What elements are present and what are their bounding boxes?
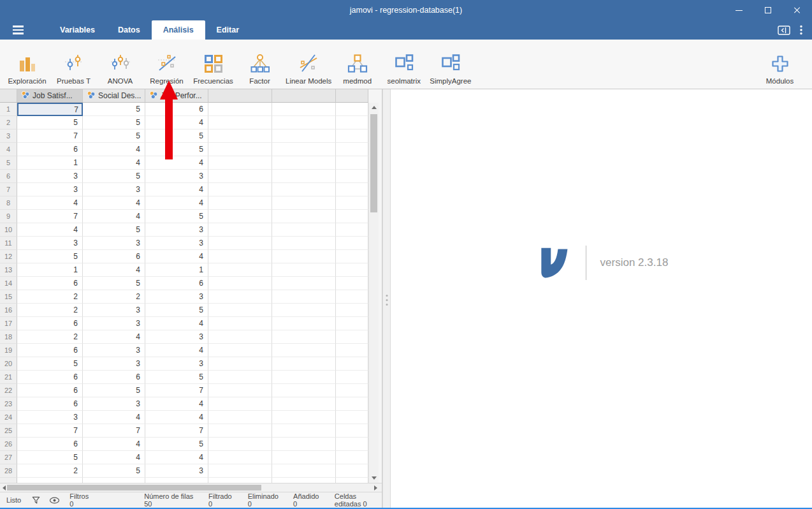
grid-cell[interactable]: 3 xyxy=(83,357,145,371)
grid-cell[interactable] xyxy=(336,371,368,384)
row-number[interactable]: 21 xyxy=(0,371,17,384)
grid-cell[interactable] xyxy=(336,464,368,478)
grid-cell[interactable]: 3 xyxy=(145,237,208,250)
grid-cell[interactable]: 3 xyxy=(17,237,83,250)
row-number[interactable]: 23 xyxy=(0,397,17,411)
grid-cell[interactable] xyxy=(208,330,272,344)
grid-cell[interactable] xyxy=(272,237,336,250)
vertical-scrollbar-thumb[interactable] xyxy=(370,114,377,212)
grid-cell[interactable] xyxy=(336,357,368,371)
grid-cell[interactable]: 6 xyxy=(17,277,83,290)
grid-cell[interactable] xyxy=(272,317,336,330)
tab-editar[interactable]: Editar xyxy=(205,20,250,40)
tab-variables[interactable]: Variables xyxy=(48,20,106,40)
grid-cell[interactable] xyxy=(272,464,336,478)
grid-cell[interactable]: 6 xyxy=(17,438,83,451)
grid-cell[interactable] xyxy=(272,103,336,116)
horizontal-scrollbar[interactable] xyxy=(0,483,382,492)
grid-cell[interactable]: 3 xyxy=(145,170,208,183)
grid-cell[interactable] xyxy=(208,196,272,210)
grid-cell[interactable] xyxy=(272,116,336,129)
row-number[interactable]: 15 xyxy=(0,290,17,304)
horizontal-scrollbar-thumb[interactable] xyxy=(7,485,261,491)
grid-cell[interactable] xyxy=(208,304,272,317)
column-header-empty[interactable] xyxy=(208,89,272,103)
ribbon-button-factor[interactable]: Factor xyxy=(236,44,283,85)
grid-cell[interactable]: 6 xyxy=(145,103,208,116)
row-number[interactable]: 2 xyxy=(0,116,17,129)
grid-cell[interactable]: 5 xyxy=(145,304,208,317)
grid-cell[interactable] xyxy=(336,170,368,183)
grid-cell[interactable] xyxy=(208,344,272,357)
grid-cell[interactable]: 7 xyxy=(145,384,208,397)
grid-cell[interactable]: 5 xyxy=(83,464,145,478)
row-number[interactable]: 5 xyxy=(0,156,17,170)
minimize-button[interactable] xyxy=(724,0,753,20)
row-number[interactable]: 28 xyxy=(0,464,17,478)
grid-cell[interactable] xyxy=(336,263,368,277)
grid-cell[interactable] xyxy=(208,438,272,451)
grid-cell[interactable]: 5 xyxy=(83,129,145,143)
more-options-button[interactable] xyxy=(800,25,802,35)
grid-cell[interactable] xyxy=(336,250,368,263)
row-number[interactable]: 6 xyxy=(0,170,17,183)
grid-cell[interactable] xyxy=(208,263,272,277)
grid-cell[interactable] xyxy=(208,129,272,143)
row-number[interactable]: 18 xyxy=(0,330,17,344)
grid-cell[interactable] xyxy=(272,250,336,263)
grid-cell[interactable] xyxy=(208,103,272,116)
grid-cell[interactable] xyxy=(336,451,368,464)
grid-cell[interactable] xyxy=(336,438,368,451)
grid-cell[interactable] xyxy=(272,438,336,451)
grid-cell[interactable] xyxy=(208,451,272,464)
grid-cell[interactable] xyxy=(336,277,368,290)
row-number[interactable]: 27 xyxy=(0,451,17,464)
grid-cell[interactable]: 3 xyxy=(83,237,145,250)
ribbon-button-medmod[interactable]: medmod xyxy=(334,44,381,85)
grid-cell[interactable] xyxy=(272,478,336,483)
grid-cell[interactable]: 3 xyxy=(17,183,83,196)
grid-cell[interactable]: 4 xyxy=(145,397,208,411)
grid-corner-cell[interactable] xyxy=(0,89,17,103)
grid-cell[interactable]: 2 xyxy=(83,290,145,304)
grid-cell[interactable]: 5 xyxy=(145,210,208,223)
grid-cell[interactable]: 6 xyxy=(17,143,83,156)
row-number[interactable]: 4 xyxy=(0,143,17,156)
grid-cell[interactable] xyxy=(208,116,272,129)
row-number[interactable]: 16 xyxy=(0,304,17,317)
grid-cell[interactable]: 4 xyxy=(145,116,208,129)
grid-cell[interactable] xyxy=(208,156,272,170)
grid-cell[interactable]: 3 xyxy=(83,397,145,411)
grid-cell[interactable] xyxy=(272,411,336,424)
scroll-up-arrow-icon[interactable] xyxy=(372,106,377,109)
grid-cell[interactable]: 4 xyxy=(83,330,145,344)
grid-cell[interactable] xyxy=(336,210,368,223)
grid-cell[interactable]: 5 xyxy=(83,170,145,183)
column-header-empty[interactable] xyxy=(272,89,336,103)
grid-cell[interactable] xyxy=(272,223,336,237)
grid-cell[interactable]: 5 xyxy=(145,371,208,384)
grid-cell[interactable] xyxy=(272,304,336,317)
row-number[interactable]: 17 xyxy=(0,317,17,330)
grid-cell[interactable]: 7 xyxy=(17,210,83,223)
column-header-job-perfor[interactable]: Job Perfor... xyxy=(145,89,208,103)
scroll-right-arrow-icon[interactable] xyxy=(374,485,377,491)
row-number[interactable]: 3 xyxy=(0,129,17,143)
toggle-results-panel-button[interactable] xyxy=(778,26,790,35)
grid-cell[interactable] xyxy=(208,250,272,263)
row-number[interactable]: 11 xyxy=(0,237,17,250)
grid-cell[interactable]: 1 xyxy=(17,156,83,170)
row-number[interactable]: 22 xyxy=(0,384,17,397)
grid-cell[interactable] xyxy=(208,384,272,397)
grid-cell[interactable]: 6 xyxy=(17,397,83,411)
grid-cell[interactable] xyxy=(208,411,272,424)
scroll-left-arrow-icon[interactable] xyxy=(3,485,6,491)
grid-cell[interactable]: 6 xyxy=(83,250,145,263)
grid-cell[interactable] xyxy=(272,451,336,464)
row-number[interactable]: 19 xyxy=(0,344,17,357)
grid-cell[interactable]: 4 xyxy=(83,196,145,210)
grid-cell[interactable] xyxy=(272,143,336,156)
ribbon-button-simplyagree[interactable]: SimplyAgree xyxy=(427,44,474,85)
grid-cell[interactable]: 5 xyxy=(83,103,145,116)
grid-cell[interactable] xyxy=(208,223,272,237)
